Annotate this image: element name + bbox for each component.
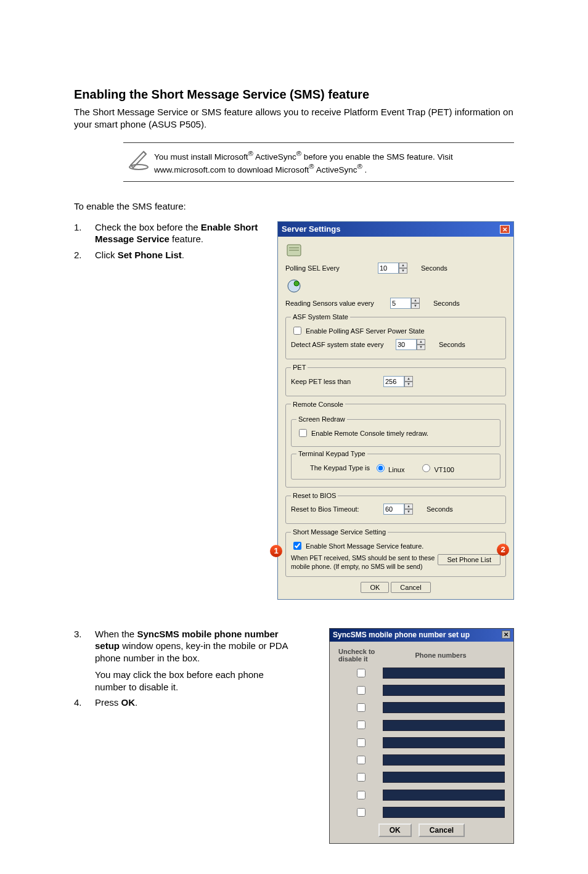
remote-console-fieldset: Remote Console Screen Redraw Enable Remo… (285, 400, 506, 488)
step-text: . (135, 697, 137, 708)
phone-row (338, 789, 505, 801)
syncsms-header-row: Uncheck to disable it Phone numbers (338, 648, 505, 663)
asf-enable-label: Enable Polling ASF Server Power State (306, 327, 425, 335)
note-fragment: . (365, 165, 367, 174)
spinner-arrows[interactable]: ▲▼ (404, 376, 413, 387)
keypad-type-label: The Keypad Type is (310, 464, 370, 472)
step-1: 1. Check the box before the Enable Short… (74, 221, 265, 245)
phone-row (338, 684, 505, 696)
close-icon[interactable]: ✕ (500, 225, 510, 234)
cancel-button[interactable]: Cancel (391, 582, 430, 593)
intro-text: The Short Message Service or SMS feature… (74, 106, 514, 130)
phone-disable-checkbox[interactable] (357, 721, 365, 729)
sensor-icon (285, 277, 303, 295)
phone-disable-checkbox[interactable] (357, 686, 365, 695)
keypad-linux-radio[interactable] (377, 464, 385, 472)
asf-enable-checkbox[interactable] (293, 327, 301, 335)
phone-disable-checkbox[interactable] (357, 703, 365, 712)
phone-row (338, 754, 505, 766)
phone-disable-checkbox[interactable] (357, 808, 365, 817)
seconds-label: Seconds (439, 340, 465, 349)
step-text: Press (95, 697, 121, 708)
note-fragment: You must install Microsoft (154, 152, 248, 161)
step-bold: Set Phone List (118, 250, 182, 260)
syncsms-title: SyncSMS mobile phone number set up (333, 631, 470, 640)
uncheck-header-line: disable it (338, 655, 368, 663)
dialog-titlebar: Server Settings ✕ (278, 222, 513, 237)
close-icon[interactable]: ✕ (502, 631, 510, 639)
callout-1: 1 (270, 545, 282, 557)
step-list-b: 3. When the SyncSMS mobile phone number … (74, 628, 292, 709)
terminal-keypad-legend: Terminal Keypad Type (296, 449, 367, 458)
phone-number-input[interactable] (383, 720, 505, 731)
sms-enable-label: Enable Short Message Service feature. (306, 542, 423, 550)
sms-note-text: When PET received, SMS should be sent to… (291, 554, 439, 571)
step-3: 3. When the SyncSMS mobile phone number … (74, 628, 292, 693)
reset-bios-legend: Reset to BIOS (291, 491, 338, 500)
phone-row (338, 737, 505, 749)
phone-disable-checkbox[interactable] (357, 756, 365, 764)
phone-disable-checkbox[interactable] (357, 773, 365, 782)
syncsms-ok-button[interactable]: OK (378, 823, 412, 837)
ok-button[interactable]: OK (361, 582, 389, 593)
reset-bios-input[interactable] (383, 504, 404, 515)
phone-numbers-header: Phone numbers (377, 651, 505, 660)
phone-row (338, 771, 505, 783)
pet-label: Keep PET less than (291, 377, 383, 386)
step-number: 2. (74, 249, 95, 261)
step-text: feature. (169, 234, 203, 244)
phone-row (338, 667, 505, 679)
phone-number-input[interactable] (383, 807, 505, 818)
phone-number-input[interactable] (383, 754, 505, 766)
reading-sensors-label: Reading Sensors value every (285, 299, 390, 308)
screen-redraw-checkbox[interactable] (299, 429, 307, 437)
phone-number-input[interactable] (383, 737, 505, 748)
note-icon-cell (123, 147, 154, 171)
phone-number-input[interactable] (383, 702, 505, 713)
screen-redraw-legend: Screen Redraw (296, 415, 347, 423)
syncsms-dialog: SyncSMS mobile phone number set up ✕ Unc… (329, 628, 514, 844)
phone-number-input[interactable] (383, 668, 505, 679)
sms-setting-fieldset: 1 2 Short Message Service Setting Enable… (285, 528, 506, 577)
sms-enable-checkbox[interactable] (293, 542, 301, 550)
phone-number-input[interactable] (383, 790, 505, 801)
step-text: . (182, 250, 184, 260)
step-2: 2. Click Set Phone List. (74, 249, 265, 261)
spinner-arrows[interactable]: ▲▼ (399, 263, 407, 274)
spinner-arrows[interactable]: ▲▼ (417, 339, 425, 350)
phone-disable-checkbox[interactable] (357, 669, 365, 677)
callout-2: 2 (497, 544, 509, 556)
asf-legend: ASF System State (291, 312, 350, 321)
phone-number-input[interactable] (383, 685, 505, 696)
syncsms-cancel-button[interactable]: Cancel (419, 823, 465, 837)
keypad-vt100-radio[interactable] (422, 464, 430, 472)
svg-point-5 (294, 281, 299, 286)
step-text: window opens, key-in the mobile or PDA p… (95, 640, 288, 663)
step-text: Click (95, 250, 118, 260)
seconds-label: Seconds (427, 505, 453, 513)
section-heading: Enabling the Short Message Service (SMS)… (74, 86, 514, 102)
reading-sensors-input[interactable] (390, 298, 411, 309)
enable-line: To enable the SMS feature: (74, 200, 514, 213)
keypad-linux-label: Linux (388, 466, 404, 473)
step-number: 3. (74, 628, 95, 693)
screen-redraw-fieldset: Screen Redraw Enable Remote Console time… (291, 415, 500, 447)
server-settings-dialog: Server Settings ✕ Polling SEL Every ▲▼ S… (277, 221, 514, 600)
pet-input[interactable] (383, 376, 404, 387)
spinner-arrows[interactable]: ▲▼ (411, 298, 420, 309)
pet-legend: PET (291, 363, 308, 372)
spinner-arrows[interactable]: ▲▼ (404, 504, 413, 515)
phone-disable-checkbox[interactable] (357, 791, 365, 799)
polling-sel-input[interactable] (378, 263, 399, 274)
phone-disable-checkbox[interactable] (357, 738, 365, 747)
pen-icon (126, 147, 151, 171)
step-number: 4. (74, 696, 95, 709)
note-fragment: ActiveSync (255, 152, 296, 161)
set-phone-list-button[interactable]: Set Phone List (438, 554, 500, 565)
step-list-a: 1. Check the box before the Enable Short… (74, 221, 265, 261)
asf-detect-input[interactable] (396, 339, 417, 350)
phone-number-input[interactable] (383, 772, 505, 783)
sel-icon (285, 242, 303, 259)
dialog-title: Server Settings (282, 224, 340, 235)
terminal-keypad-fieldset: Terminal Keypad Type The Keypad Type is … (291, 449, 500, 480)
